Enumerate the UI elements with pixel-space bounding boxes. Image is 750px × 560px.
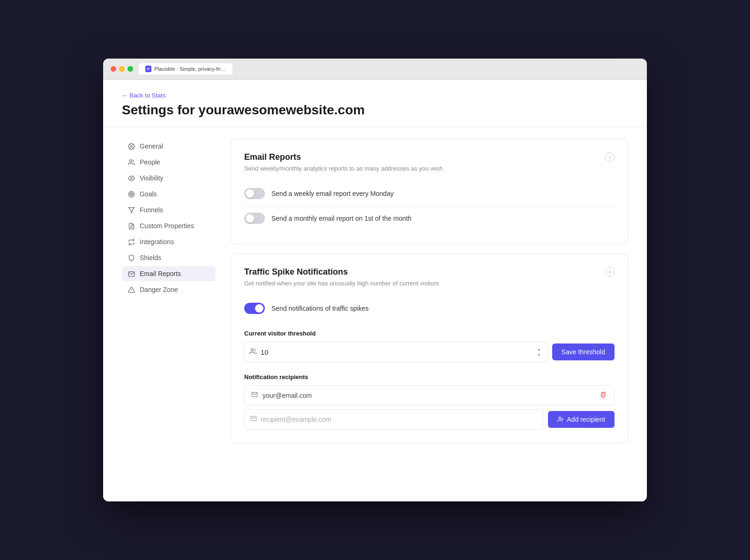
browser-tab[interactable]: P Plausible · Simple, privacy-frien... <box>139 63 232 75</box>
threshold-input[interactable] <box>261 348 532 356</box>
recipients-label: Notification recipients <box>244 373 615 381</box>
save-threshold-button[interactable]: Save threshold <box>552 343 615 360</box>
sidebar-item-people[interactable]: People <box>122 155 216 170</box>
sidebar: General People Visibility <box>122 139 216 490</box>
tab-title: Plausible · Simple, privacy-frien... <box>154 66 226 72</box>
email-reports-info-icon[interactable]: i <box>605 152 615 162</box>
add-recipient-row: Add recipient <box>244 409 615 430</box>
custom-properties-icon <box>128 222 135 230</box>
svg-point-5 <box>131 194 132 195</box>
svg-point-0 <box>130 145 132 147</box>
email-reports-title: Email Reports <box>244 152 301 162</box>
page-body: General People Visibility <box>103 127 647 501</box>
sidebar-item-general[interactable]: General <box>122 139 216 154</box>
add-recipient-label: Add recipient <box>567 416 605 423</box>
close-button[interactable] <box>111 66 116 72</box>
svg-point-1 <box>129 159 132 162</box>
traffic-spike-header: Traffic Spike Notifications i <box>244 267 615 277</box>
sidebar-item-shields[interactable]: Shields <box>122 250 216 265</box>
sidebar-label-people: People <box>140 158 160 166</box>
spike-toggle-slider <box>244 303 265 314</box>
stepper-up-button[interactable]: ▲ <box>536 347 542 351</box>
spike-notifications-label: Send notifications of traffic spikes <box>271 305 369 312</box>
back-to-stats-link[interactable]: ← Back to Stats <box>122 92 165 99</box>
spike-notifications-row: Send notifications of traffic spikes <box>244 296 615 321</box>
email-reports-subtitle: Send weekly/monthly analytics reports to… <box>244 165 615 172</box>
sidebar-item-funnels[interactable]: Funnels <box>122 202 216 217</box>
traffic-spike-card: Traffic Spike Notifications i Get notifi… <box>231 254 628 443</box>
threshold-row: ▲ ▼ Save threshold <box>244 342 615 362</box>
sidebar-label-general: General <box>140 142 163 150</box>
traffic-spike-info-icon[interactable]: i <box>605 267 615 276</box>
svg-point-11 <box>251 349 253 351</box>
sidebar-label-shields: Shields <box>140 254 161 261</box>
sidebar-label-danger-zone: Danger Zone <box>140 286 178 293</box>
sidebar-item-visibility[interactable]: Visibility <box>122 171 216 186</box>
recipient-email: your@email.com <box>262 392 594 399</box>
main-content: Email Reports i Send weekly/monthly anal… <box>231 139 628 490</box>
recipient-mail-icon <box>251 391 258 400</box>
threshold-users-icon <box>249 348 257 357</box>
traffic-spike-subtitle: Get notified when your site has unusuall… <box>244 280 615 287</box>
monthly-report-row: Send a monthly email report on 1st of th… <box>244 206 615 231</box>
monthly-toggle-slider <box>244 213 265 224</box>
svg-marker-6 <box>128 207 135 212</box>
weekly-report-row: Send a weekly email report every Monday <box>244 181 615 206</box>
minimize-button[interactable] <box>119 66 125 72</box>
page-content: ← Back to Stats Settings for yourawesome… <box>103 80 647 501</box>
stepper-down-button[interactable]: ▼ <box>536 352 542 357</box>
email-reports-card: Email Reports i Send weekly/monthly anal… <box>231 139 628 244</box>
sidebar-nav: General People Visibility <box>122 139 216 297</box>
people-icon <box>128 158 135 166</box>
threshold-input-wrap: ▲ ▼ <box>244 342 548 362</box>
sidebar-item-goals[interactable]: Goals <box>122 187 216 202</box>
danger-zone-icon <box>128 286 135 293</box>
page-header: ← Back to Stats Settings for yourawesome… <box>103 80 647 127</box>
monthly-report-label: Send a monthly email report on 1st of th… <box>271 215 412 222</box>
sidebar-item-danger-zone[interactable]: Danger Zone <box>122 282 216 297</box>
svg-point-12 <box>559 417 561 419</box>
weekly-report-label: Send a weekly email report every Monday <box>271 190 394 197</box>
svg-point-4 <box>129 192 133 196</box>
funnels-icon <box>128 206 135 214</box>
add-mail-icon <box>250 415 257 424</box>
stepper-buttons: ▲ ▼ <box>536 347 542 357</box>
add-recipient-input[interactable] <box>261 416 537 423</box>
weekly-report-toggle[interactable] <box>244 188 265 199</box>
integrations-icon <box>128 238 135 246</box>
page-title: Settings for yourawesomewebsite.com <box>122 103 628 118</box>
visibility-icon <box>128 174 135 182</box>
sidebar-item-integrations[interactable]: Integrations <box>122 234 216 249</box>
shields-icon <box>128 254 135 261</box>
maximize-button[interactable] <box>128 66 133 72</box>
delete-recipient-button[interactable] <box>599 390 608 400</box>
existing-recipient-row: your@email.com <box>244 385 615 405</box>
goals-icon <box>128 190 135 198</box>
tab-favicon: P <box>145 66 151 72</box>
add-input-wrap <box>244 409 543 430</box>
weekly-toggle-slider <box>244 188 265 199</box>
svg-point-2 <box>130 177 132 179</box>
sidebar-label-goals: Goals <box>140 190 157 198</box>
traffic-spike-title: Traffic Spike Notifications <box>244 267 348 277</box>
sidebar-label-integrations: Integrations <box>140 238 174 246</box>
sidebar-item-email-reports[interactable]: Email Reports <box>122 266 216 281</box>
sidebar-label-email-reports: Email Reports <box>140 270 181 277</box>
traffic-lights <box>111 66 133 72</box>
browser-window: P Plausible · Simple, privacy-frien... ←… <box>103 59 647 501</box>
email-reports-header: Email Reports i <box>244 152 615 162</box>
sidebar-label-custom-properties: Custom Properties <box>140 222 194 230</box>
tab-bar: P Plausible · Simple, privacy-frien... <box>139 63 232 75</box>
sidebar-item-custom-properties[interactable]: Custom Properties <box>122 218 216 233</box>
threshold-label: Current visitor threshold <box>244 330 615 337</box>
sidebar-label-visibility: Visibility <box>140 174 163 182</box>
add-recipient-button[interactable]: Add recipient <box>548 411 615 428</box>
browser-chrome: P Plausible · Simple, privacy-frien... <box>103 59 647 80</box>
general-icon <box>128 142 135 150</box>
monthly-report-toggle[interactable] <box>244 213 265 224</box>
spike-notifications-toggle[interactable] <box>244 303 265 314</box>
email-reports-icon <box>128 270 135 277</box>
sidebar-label-funnels: Funnels <box>140 206 163 214</box>
